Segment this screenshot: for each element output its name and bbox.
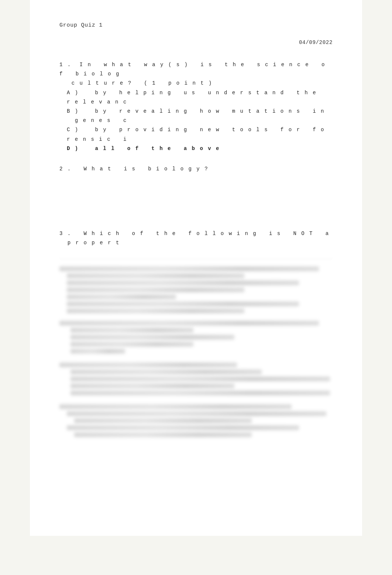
blurred-block-4: [59, 404, 333, 437]
question-1-text: 1 . I n w h a t w a y ( s ) i s t h e s …: [59, 60, 333, 88]
document-title: Group Quiz 1: [59, 22, 333, 28]
q1-option-d: D ) a l l o f t h e a b o v e: [67, 144, 333, 153]
blurred-content-1: [59, 259, 333, 313]
q1-number: 1 . I n w h a t w a y ( s ) i s t h e s …: [59, 62, 330, 86]
blurred-content-4: [59, 404, 333, 437]
question-3: 3 . W h i c h o f t h e f o l l o w i n …: [59, 229, 333, 248]
question-2-text: 2 . W h a t i s b i o l o g y ?: [59, 164, 333, 174]
q1-option-b: B ) b y r e v e a l i n g h o w m u t a …: [67, 107, 333, 125]
q1-option-c: C ) b y p r o v i d i n g n e w t o o l …: [67, 125, 333, 144]
blurred-block-1: [59, 266, 333, 313]
document-date: 04/09/2022: [59, 40, 333, 45]
question-2: 2 . W h a t i s b i o l o g y ?: [59, 164, 333, 218]
q1-option-a: A ) b y h e l p i n g u s u n d e r s t …: [67, 88, 333, 107]
page-container: Group Quiz 1 04/09/2022 1 . I n w h a t …: [30, 0, 362, 536]
blurred-content-3: [59, 363, 333, 395]
blurred-content-2: [59, 321, 333, 354]
question-3-text: 3 . W h i c h o f t h e f o l l o w i n …: [59, 229, 333, 248]
question-1: 1 . I n w h a t w a y ( s ) i s t h e s …: [59, 60, 333, 153]
blurred-block-3: [59, 363, 333, 395]
q2-answer-space: [59, 174, 333, 218]
blurred-block-2: [59, 321, 333, 354]
